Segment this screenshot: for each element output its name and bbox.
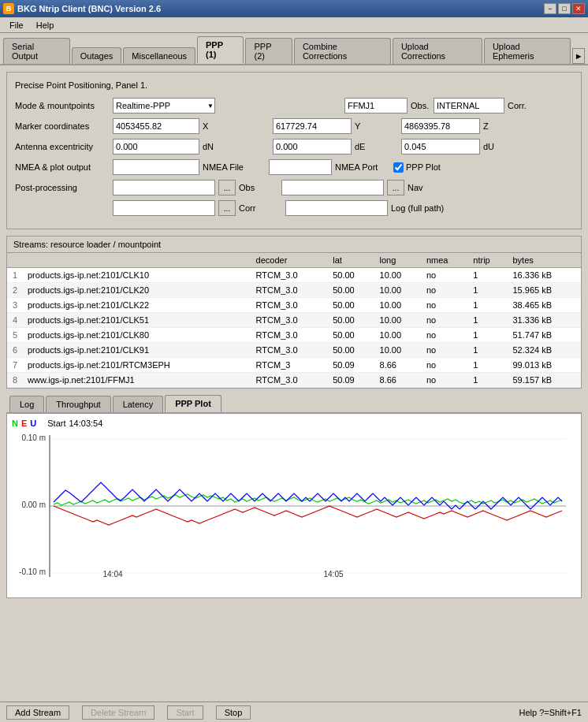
row-num: 3	[7, 298, 23, 313]
close-button[interactable]: ✕	[572, 3, 585, 14]
bottom-tab-ppp-plot[interactable]: PPP Plot	[165, 395, 221, 412]
nmea-port-label: NMEA Port	[335, 162, 382, 172]
app-icon: B	[3, 3, 14, 14]
ppp-plot-svg: 0.10 m 0.00 m -0.10 m 14:04 14:05	[12, 431, 576, 577]
streams-header-row: decoder lat long nmea ntrip bytes	[7, 253, 581, 268]
menu-bar: File Help	[0, 17, 588, 33]
antenna-du-input[interactable]	[401, 139, 480, 154]
col-bytes: bytes	[508, 253, 581, 268]
tab-outages[interactable]: Outages	[72, 47, 122, 64]
row-nmea: no	[422, 328, 468, 343]
row-nmea: no	[422, 298, 468, 313]
row-name: products.igs-ip.net:2101/CLK22	[23, 298, 251, 313]
antenna-dn-input[interactable]	[113, 139, 199, 154]
obs-input[interactable]	[434, 98, 504, 114]
tab-ppp1[interactable]: PPP (1)	[197, 36, 244, 64]
row-long: 10.00	[375, 268, 422, 283]
row-lat: 50.00	[328, 283, 374, 298]
add-stream-button[interactable]: Add Stream	[6, 705, 69, 720]
tab-ppp2[interactable]: PPP (2)	[245, 38, 292, 64]
table-row[interactable]: 6 products.igs-ip.net:2101/CLK91 RTCM_3.…	[7, 343, 581, 358]
marker-z-input[interactable]	[401, 118, 480, 134]
mode-select[interactable]: Realtime-PPP	[113, 98, 215, 114]
tab-combine-corrections[interactable]: Combine Corrections	[294, 38, 391, 64]
delete-stream-button[interactable]: Delete Stream	[82, 705, 154, 720]
ppp-plot-checkbox[interactable]	[393, 162, 404, 173]
row-lat: 50.00	[328, 298, 374, 313]
tab-scroll-button[interactable]: ►	[572, 48, 585, 64]
stop-button[interactable]: Stop	[216, 705, 251, 720]
title-bar: B BKG Ntrip Client (BNC) Version 2.6 − □…	[0, 0, 588, 17]
tab-bar: Serial Output Outages Miscellaneous PPP …	[0, 33, 588, 65]
corr-postproc-label: Corr	[239, 203, 266, 213]
mode-label: Mode & mountpoints	[15, 101, 110, 110]
panel-title: Precise Point Positioning, Panel 1.	[15, 80, 573, 90]
postproc-corr-input[interactable]	[113, 200, 215, 216]
postproc-nav-browse[interactable]: ...	[387, 180, 404, 195]
svg-text:0.10 m: 0.10 m	[21, 434, 46, 442]
postproc-log-input[interactable]	[285, 200, 388, 216]
col-lat: lat	[328, 253, 374, 268]
marker-y-input[interactable]	[273, 118, 352, 134]
tab-upload-corrections[interactable]: Upload Corrections	[393, 38, 482, 64]
minimize-button[interactable]: −	[544, 3, 556, 14]
table-row[interactable]: 8 www.igs-ip.net:2101/FFMJ1 RTCM_3.0 50.…	[7, 373, 581, 388]
postproc-obs-input[interactable]	[113, 180, 215, 195]
marker-x-input[interactable]	[113, 118, 199, 134]
bottom-tab-latency[interactable]: Latency	[113, 396, 164, 412]
streams-section: Streams: resource loader / mountpoint de…	[6, 236, 582, 389]
nmea-file-label: NMEA File	[203, 162, 250, 172]
row-lat: 50.09	[328, 358, 374, 373]
streams-header: Streams: resource loader / mountpoint	[6, 236, 582, 252]
menu-help[interactable]: Help	[30, 19, 61, 32]
antenna-de-input[interactable]	[273, 139, 352, 154]
nmea-row: NMEA & plot output NMEA File NMEA Port P…	[15, 159, 573, 175]
svg-text:-0.10 m: -0.10 m	[19, 568, 46, 576]
dn-label: dN	[203, 142, 222, 151]
row-bytes: 15.965 kB	[508, 283, 581, 298]
tab-miscellaneous[interactable]: Miscellaneous	[123, 47, 195, 64]
row-nmea: no	[422, 358, 468, 373]
row-decoder: RTCM_3.0	[251, 343, 329, 358]
table-row[interactable]: 3 products.igs-ip.net:2101/CLK22 RTCM_3.…	[7, 298, 581, 313]
maximize-button[interactable]: □	[558, 3, 571, 14]
row-name: products.igs-ip.net:2101/CLK20	[23, 283, 251, 298]
nmea-port-input[interactable]	[269, 159, 332, 175]
table-row[interactable]: 1 products.igs-ip.net:2101/CLK10 RTCM_3.…	[7, 268, 581, 283]
plot-start-time: 14:03:54	[69, 419, 102, 428]
row-decoder: RTCM_3.0	[251, 298, 329, 313]
svg-text:14:05: 14:05	[323, 570, 343, 577]
table-row[interactable]: 2 products.igs-ip.net:2101/CLK20 RTCM_3.…	[7, 283, 581, 298]
row-lat: 50.00	[328, 343, 374, 358]
table-row[interactable]: 5 products.igs-ip.net:2101/CLK80 RTCM_3.…	[7, 328, 581, 343]
y-label: Y	[355, 121, 374, 131]
row-num: 7	[7, 358, 23, 373]
row-bytes: 38.465 kB	[508, 298, 581, 313]
postproc-obs-browse[interactable]: ...	[218, 180, 236, 195]
row-bytes: 59.157 kB	[508, 373, 581, 388]
tab-upload-ephemeris[interactable]: Upload Ephemeris	[484, 38, 571, 64]
start-button[interactable]: Start	[167, 705, 203, 720]
row-nmea: no	[422, 343, 468, 358]
row-ntrip: 1	[468, 328, 508, 343]
mountpoint-input[interactable]	[344, 98, 408, 114]
col-name	[23, 253, 251, 268]
antenna-label: Antenna excentricity	[15, 142, 110, 151]
nmea-file-input[interactable]	[113, 159, 199, 175]
row-ntrip: 1	[468, 298, 508, 313]
streams-table-wrapper[interactable]: decoder lat long nmea ntrip bytes 1 prod…	[6, 252, 582, 389]
row-bytes: 99.013 kB	[508, 358, 581, 373]
postproc-nav-input[interactable]	[281, 180, 384, 195]
menu-file[interactable]: File	[3, 19, 30, 32]
table-row[interactable]: 7 products.igs-ip.net:2101/RTCM3EPH RTCM…	[7, 358, 581, 373]
row-num: 1	[7, 268, 23, 283]
tab-serial-output[interactable]: Serial Output	[3, 38, 70, 64]
postproc-corr-browse[interactable]: ...	[218, 200, 236, 216]
row-decoder: RTCM_3.0	[251, 268, 329, 283]
bottom-tab-log[interactable]: Log	[9, 396, 44, 412]
bottom-tab-throughput[interactable]: Throughput	[46, 396, 110, 412]
row-lat: 50.00	[328, 268, 374, 283]
row-name: products.igs-ip.net:2101/CLK51	[23, 313, 251, 328]
svg-text:0.00 m: 0.00 m	[21, 501, 46, 509]
table-row[interactable]: 4 products.igs-ip.net:2101/CLK51 RTCM_3.…	[7, 313, 581, 328]
